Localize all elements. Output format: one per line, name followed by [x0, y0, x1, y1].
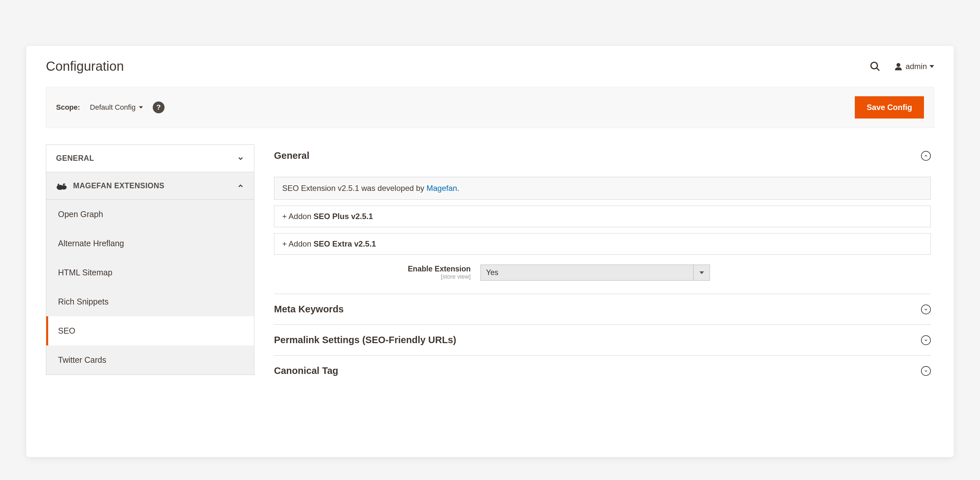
field-label-wrap: Enable Extension [store view]	[274, 265, 471, 280]
help-icon[interactable]: ?	[153, 101, 164, 113]
chevron-down-icon	[921, 366, 931, 376]
chevron-down-icon	[921, 304, 931, 314]
scope-bar: Scope: Default Config ? Save Config	[46, 87, 934, 128]
sidebar-item-seo[interactable]: SEO	[46, 316, 254, 345]
addon-prefix: + Addon	[282, 239, 313, 248]
page-title: Configuration	[46, 59, 124, 74]
save-config-button[interactable]: Save Config	[855, 96, 924, 119]
svg-line-1	[877, 68, 880, 71]
section-general-header[interactable]: General	[274, 144, 931, 167]
info-text: SEO Extension v2.5.1 was developed by	[282, 184, 426, 193]
sidebar-tab-general[interactable]: GENERAL	[46, 144, 255, 172]
field-scope: [store view]	[274, 273, 471, 280]
chevron-down-icon	[921, 335, 931, 345]
sidebar-item-open-graph[interactable]: Open Graph	[46, 200, 254, 229]
addon-prefix: + Addon	[282, 212, 313, 221]
field-enable-extension: Enable Extension [store view] Yes	[274, 265, 931, 280]
select-value: Yes	[481, 265, 693, 280]
sidebar-item-rich-snippets[interactable]: Rich Snippets	[46, 287, 254, 316]
page-header: Configuration admin	[46, 59, 934, 74]
config-main: General SEO Extension v2.5.1 was develop…	[274, 144, 934, 423]
sidebar-item-alternate-hreflang[interactable]: Alternate Hreflang	[46, 229, 254, 258]
content: GENERAL MAGEFAN EXTENSIONS	[46, 144, 934, 423]
addon-name: SEO Plus v2.5.1	[313, 212, 373, 221]
section-permalink-settings[interactable]: Permalink Settings (SEO-Friendly URLs)	[274, 325, 931, 356]
chevron-up-icon	[237, 182, 244, 190]
section-meta-keywords[interactable]: Meta Keywords	[274, 294, 931, 325]
scope-value: Default Config	[90, 103, 135, 112]
user-icon	[894, 62, 903, 71]
addon-name: SEO Extra v2.5.1	[313, 239, 376, 248]
caret-down-icon	[929, 64, 934, 69]
scope-label: Scope:	[56, 103, 80, 112]
sidebar-tab-label: GENERAL	[56, 154, 94, 163]
section-title: Canonical Tag	[274, 365, 338, 376]
chevron-down-icon	[237, 155, 244, 162]
search-button[interactable]	[870, 61, 881, 72]
addon-seo-extra[interactable]: + Addon SEO Extra v2.5.1	[274, 233, 931, 255]
svg-point-2	[896, 63, 900, 67]
sidebar-item-html-sitemap[interactable]: HTML Sitemap	[46, 258, 254, 287]
caret-down-icon	[139, 105, 143, 109]
caret-down-icon	[693, 265, 710, 280]
sidebar-item-twitter-cards[interactable]: Twitter Cards	[46, 345, 254, 375]
section-canonical-tag[interactable]: Canonical Tag	[274, 356, 931, 386]
search-icon	[870, 61, 881, 72]
svg-point-0	[871, 62, 877, 69]
sidebar-tab-magefan[interactable]: MAGEFAN EXTENSIONS	[46, 172, 255, 200]
field-label: Enable Extension	[408, 265, 471, 273]
user-name: admin	[905, 62, 927, 71]
enable-extension-select[interactable]: Yes	[480, 265, 710, 280]
section-title: Permalink Settings (SEO-Friendly URLs)	[274, 334, 456, 345]
scope-select[interactable]: Default Config	[90, 103, 143, 112]
chevron-up-icon	[921, 151, 931, 161]
magefan-icon	[56, 182, 67, 190]
sidebar-submenu: Open Graph Alternate Hreflang HTML Sitem…	[46, 200, 255, 375]
info-suffix: .	[457, 184, 460, 193]
magefan-link[interactable]: Magefan	[426, 184, 457, 193]
section-general-body: SEO Extension v2.5.1 was developed by Ma…	[274, 177, 931, 280]
user-menu[interactable]: admin	[894, 62, 934, 71]
config-panel: Configuration admin	[26, 46, 954, 457]
section-title: General	[274, 150, 309, 161]
svg-point-4	[61, 185, 67, 190]
extension-info: SEO Extension v2.5.1 was developed by Ma…	[274, 177, 931, 200]
sidebar-tab-label: MAGEFAN EXTENSIONS	[73, 181, 164, 190]
addon-seo-plus[interactable]: + Addon SEO Plus v2.5.1	[274, 206, 931, 227]
header-actions: admin	[870, 61, 934, 72]
section-title: Meta Keywords	[274, 304, 344, 315]
scope-left: Scope: Default Config ?	[56, 101, 164, 113]
config-sidebar: GENERAL MAGEFAN EXTENSIONS	[46, 144, 255, 423]
